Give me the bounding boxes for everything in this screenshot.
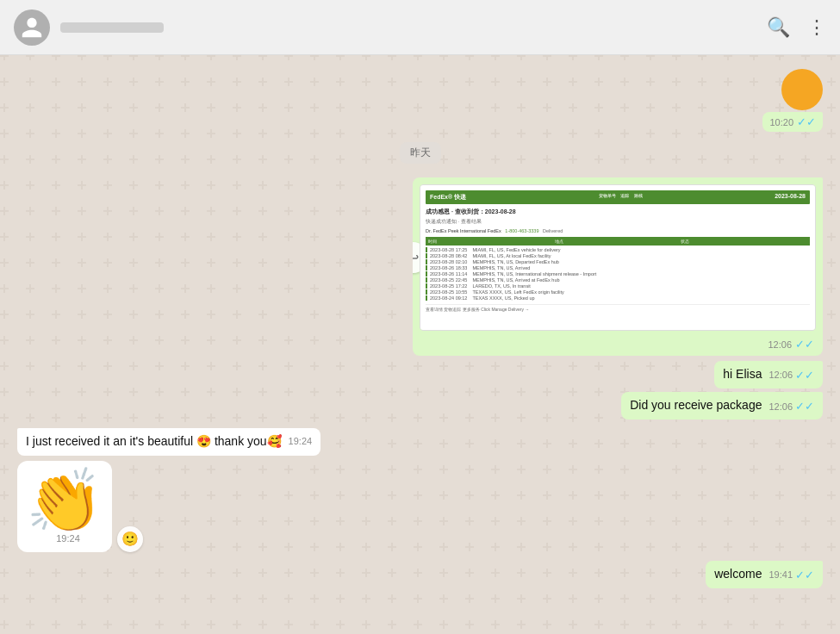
- message-row-welcome: welcome 19:41 ✓✓: [17, 561, 823, 588]
- search-icon[interactable]: 🔍: [767, 16, 790, 39]
- received-time: 19:24: [289, 435, 313, 448]
- hi-elisa-time: 12:06: [768, 369, 793, 382]
- contact-avatar[interactable]: [14, 9, 50, 46]
- welcome-meta: 19:41 ✓✓: [768, 568, 814, 583]
- hi-elisa-meta: 12:06 ✓✓: [768, 368, 814, 383]
- fedex-header-right: 2023-08-28: [775, 193, 806, 202]
- welcome-text: welcome: [714, 567, 762, 581]
- contact-name-area: [60, 22, 767, 33]
- tick-1020: ✓✓: [797, 115, 816, 128]
- date-label: 昨天: [400, 142, 441, 164]
- message-row-hi: hi Elisa 12:06 ✓✓: [17, 361, 823, 388]
- fedex-row-5: 2023-08-26 11:14MEMPHIS, TN, US, Interna…: [426, 271, 810, 277]
- fedex-row-3: 2023-08-28 02:10MEMPHIS, TN, US, Departe…: [426, 259, 810, 264]
- fedex-title: 成功感恩 · 查收到货：2023-08-28: [426, 208, 810, 216]
- fedex-row-8: 2023-08-25 10:55TEXAS XXXX, US, Left Fed…: [426, 289, 810, 295]
- fedex-header-left: FedEx® 快递: [430, 193, 466, 202]
- chat-area: 10:20 ✓✓ 昨天 ↩ FedEx® 快递 货物单号 追踪 路线 2023-…: [0, 55, 840, 634]
- sticker-bubble: 👏 19:24: [17, 461, 112, 552]
- image-bubble-footer: 12:06 ✓✓: [413, 338, 823, 356]
- fedex-table-header: 时间地点状态: [426, 237, 810, 246]
- orange-avatar-circle: [781, 69, 823, 110]
- sticker-meta: 19:24: [56, 533, 80, 544]
- fedex-doc-content: FedEx® 快递 货物单号 追踪 路线 2023-08-28 成功感恩 · 查…: [420, 185, 815, 330]
- fedex-subtitle: 快递成功通知 · 查看结果: [426, 219, 810, 225]
- welcome-time: 19:41: [768, 569, 793, 581]
- package-time: 12:06: [768, 401, 793, 413]
- message-row-sticker: 👏 19:24 🙂: [17, 461, 823, 552]
- fedex-row-2: 2023-08-28 08:42MIAMI, FL, US, At local …: [426, 253, 810, 258]
- header-icons: 🔍 ⋮: [767, 16, 826, 39]
- contact-name-blur: [60, 22, 164, 33]
- welcome-ticks: ✓✓: [795, 568, 814, 583]
- hi-elisa-ticks: ✓✓: [795, 368, 814, 383]
- message-row-fedex: ↩ FedEx® 快递 货物单号 追踪 路线 2023-08-28 成功感恩 ·…: [17, 177, 823, 356]
- message-row-package: Did you receive package 12:06 ✓✓: [17, 392, 823, 420]
- fedex-row-1: 2023-08-28 17:25MIAMI, FL, US, FedEx veh…: [426, 247, 810, 252]
- fedex-row-7: 2023-08-25 17:22LAREDO, TX, US, In trans…: [426, 283, 810, 289]
- fedex-bubble-ticks: ✓✓: [795, 338, 814, 351]
- message-row-received: I just received it an it's beautiful 😍 t…: [17, 428, 823, 456]
- fedex-image-bubble: ↩ FedEx® 快递 货物单号 追踪 路线 2023-08-28 成功感恩 ·…: [413, 177, 823, 356]
- sticker-emoji: 👏: [26, 469, 103, 531]
- fedex-footer: 查看详情 货物追踪 更多服务 Click Manage Delivery →: [426, 304, 810, 312]
- received-text: I just received it an it's beautiful 😍 t…: [26, 434, 282, 448]
- package-meta: 12:06 ✓✓: [768, 399, 814, 414]
- received-meta: 19:24: [289, 435, 313, 448]
- chat-header: 🔍 ⋮: [0, 0, 840, 55]
- package-ticks: ✓✓: [795, 399, 814, 414]
- package-bubble: Did you receive package 12:06 ✓✓: [621, 392, 823, 420]
- fedex-row-6: 2023-08-25 22:45MEMPHIS, TN, US, Arrived…: [426, 277, 810, 283]
- hi-elisa-text: hi Elisa: [723, 367, 762, 381]
- time-1020: 10:20: [769, 117, 793, 127]
- fedex-header: FedEx® 快递 货物单号 追踪 路线 2023-08-28: [426, 190, 810, 204]
- sticker-time: 19:24: [56, 533, 80, 544]
- hi-elisa-bubble: hi Elisa 12:06 ✓✓: [714, 361, 823, 388]
- reaction-button[interactable]: 🙂: [117, 526, 143, 552]
- fedex-row-9: 2023-08-24 09:12TEXAS XXXX, US, Picked u…: [426, 295, 810, 301]
- reaction-emoji: 🙂: [121, 531, 139, 547]
- received-bubble: I just received it an it's beautiful 😍 t…: [17, 428, 320, 456]
- fedex-bubble-time: 12:06: [768, 339, 792, 350]
- date-separator: 昨天: [17, 142, 823, 164]
- fedex-row-4: 2023-08-26 18:33MEMPHIS, TN, US, Arrived: [426, 265, 810, 270]
- fedex-document-preview: FedEx® 快递 货物单号 追踪 路线 2023-08-28 成功感恩 · 查…: [420, 184, 816, 331]
- welcome-bubble: welcome 19:41 ✓✓: [706, 561, 823, 588]
- package-text: Did you receive package: [630, 398, 762, 412]
- more-options-icon[interactable]: ⋮: [807, 16, 826, 39]
